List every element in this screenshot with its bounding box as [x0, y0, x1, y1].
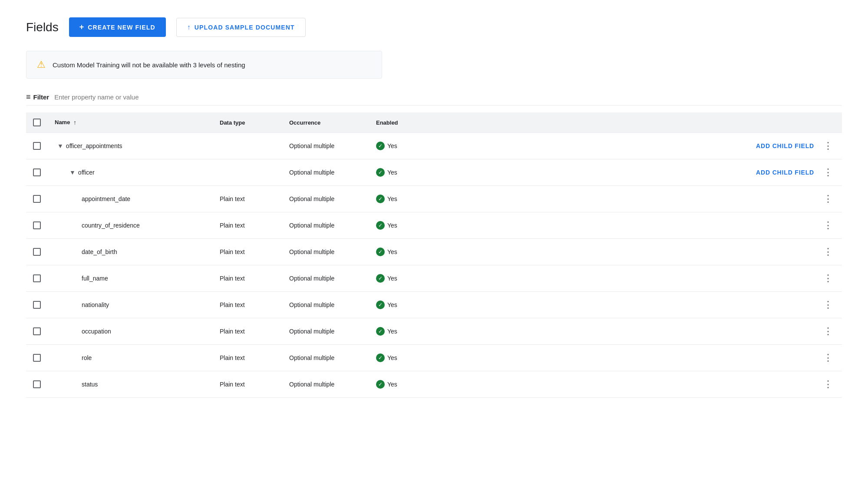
row-checkbox-nationality[interactable] [33, 301, 41, 309]
enabled-label: Yes [387, 301, 397, 308]
table-row: nationalityPlain textOptional multiple✓Y… [26, 292, 842, 318]
more-menu-country_of_residence[interactable]: ⋮ [821, 218, 835, 232]
filter-icon: ≡ [26, 92, 31, 102]
more-menu-status[interactable]: ⋮ [821, 377, 835, 391]
name-cell: ▼officer [48, 159, 213, 186]
sort-icon[interactable]: ↑ [73, 119, 76, 126]
enabled-label: Yes [387, 275, 397, 282]
enabled-label: Yes [387, 354, 397, 361]
datatype-role: Plain text [213, 345, 282, 371]
actions-cell: ADD CHILD FIELD⋮ [421, 159, 842, 186]
enabled-full_name: ✓Yes [369, 265, 421, 292]
more-menu-appointment_date[interactable]: ⋮ [821, 192, 835, 206]
checkbox-cell [26, 292, 48, 318]
checkbox-cell [26, 239, 48, 265]
actions-cell: ⋮ [421, 239, 842, 265]
filter-input[interactable] [54, 93, 202, 101]
add-child-field-officer[interactable]: ADD CHILD FIELD [756, 169, 814, 176]
chevron-officer[interactable]: ▼ [69, 169, 76, 176]
page-title: Fields [26, 20, 59, 34]
field-name-date_of_birth: date_of_birth [82, 248, 117, 255]
datatype-date_of_birth: Plain text [213, 239, 282, 265]
field-name-appointment_date: appointment_date [82, 195, 130, 202]
datatype-status: Plain text [213, 371, 282, 398]
datatype-full_name: Plain text [213, 265, 282, 292]
check-circle-icon: ✓ [376, 300, 385, 309]
row-checkbox-officer[interactable] [33, 168, 41, 176]
row-checkbox-status[interactable] [33, 380, 41, 388]
actions-cell: ⋮ [421, 186, 842, 212]
filter-label: ≡ Filter [26, 92, 49, 102]
name-cell: occupation [48, 318, 213, 345]
occurrence-full_name: Optional multiple [282, 265, 369, 292]
actions-cell: ⋮ [421, 265, 842, 292]
check-circle-icon: ✓ [376, 168, 385, 177]
enabled-label: Yes [387, 248, 397, 255]
occurrence-occupation: Optional multiple [282, 318, 369, 345]
more-menu-occupation[interactable]: ⋮ [821, 324, 835, 338]
occurrence-status: Optional multiple [282, 371, 369, 398]
table-row: ▼officerOptional multiple✓YesADD CHILD F… [26, 159, 842, 186]
enabled-role: ✓Yes [369, 345, 421, 371]
create-new-field-button[interactable]: + CREATE NEW FIELD [69, 17, 166, 37]
enabled-label: Yes [387, 195, 397, 202]
filter-row: ≡ Filter [26, 92, 842, 106]
name-cell: status [48, 371, 213, 398]
row-checkbox-date_of_birth[interactable] [33, 248, 41, 256]
header-enabled: Enabled [369, 112, 421, 133]
table-row: full_namePlain textOptional multiple✓Yes… [26, 265, 842, 292]
more-menu-date_of_birth[interactable]: ⋮ [821, 245, 835, 259]
header-name: Name ↑ [48, 112, 213, 133]
enabled-label: Yes [387, 381, 397, 388]
row-checkbox-officer_appointments[interactable] [33, 142, 41, 150]
field-name-role: role [82, 354, 92, 361]
datatype-nationality: Plain text [213, 292, 282, 318]
occurrence-country_of_residence: Optional multiple [282, 212, 369, 239]
select-all-checkbox[interactable] [33, 119, 41, 126]
field-name-country_of_residence: country_of_residence [82, 222, 140, 229]
enabled-occupation: ✓Yes [369, 318, 421, 345]
name-cell: appointment_date [48, 186, 213, 212]
more-menu-full_name[interactable]: ⋮ [821, 271, 835, 285]
name-cell: date_of_birth [48, 239, 213, 265]
table-header-row: Name ↑ Data type Occurrence Enabled [26, 112, 842, 133]
occurrence-date_of_birth: Optional multiple [282, 239, 369, 265]
occurrence-appointment_date: Optional multiple [282, 186, 369, 212]
row-checkbox-country_of_residence[interactable] [33, 221, 41, 229]
row-checkbox-appointment_date[interactable] [33, 195, 41, 203]
more-menu-officer_appointments[interactable]: ⋮ [821, 139, 835, 153]
table-row: country_of_residencePlain textOptional m… [26, 212, 842, 239]
warning-icon: ⚠ [37, 59, 46, 70]
more-menu-nationality[interactable]: ⋮ [821, 298, 835, 312]
upload-sample-document-button[interactable]: ↑ UPLOAD SAMPLE DOCUMENT [176, 18, 306, 37]
row-checkbox-occupation[interactable] [33, 327, 41, 335]
name-cell: role [48, 345, 213, 371]
header-actions [421, 112, 842, 133]
check-circle-icon: ✓ [376, 221, 385, 230]
table-row: date_of_birthPlain textOptional multiple… [26, 239, 842, 265]
actions-cell: ⋮ [421, 318, 842, 345]
field-name-occupation: occupation [82, 328, 111, 335]
row-checkbox-full_name[interactable] [33, 274, 41, 282]
actions-cell: ⋮ [421, 292, 842, 318]
more-menu-officer[interactable]: ⋮ [821, 165, 835, 179]
checkbox-cell [26, 133, 48, 159]
header-datatype: Data type [213, 112, 282, 133]
more-menu-role[interactable]: ⋮ [821, 351, 835, 365]
checkbox-cell [26, 265, 48, 292]
table-row: rolePlain textOptional multiple✓Yes⋮ [26, 345, 842, 371]
field-name-officer: officer [78, 169, 95, 176]
chevron-officer_appointments[interactable]: ▼ [57, 142, 63, 149]
checkbox-cell [26, 186, 48, 212]
actions-cell: ⋮ [421, 345, 842, 371]
table-row: occupationPlain textOptional multiple✓Ye… [26, 318, 842, 345]
check-circle-icon: ✓ [376, 353, 385, 362]
check-circle-icon: ✓ [376, 195, 385, 203]
enabled-label: Yes [387, 169, 397, 176]
upload-icon: ↑ [187, 23, 191, 31]
add-child-field-officer_appointments[interactable]: ADD CHILD FIELD [756, 142, 814, 149]
enabled-officer_appointments: ✓Yes [369, 133, 421, 159]
datatype-country_of_residence: Plain text [213, 212, 282, 239]
row-checkbox-role[interactable] [33, 354, 41, 362]
field-name-status: status [82, 381, 98, 388]
